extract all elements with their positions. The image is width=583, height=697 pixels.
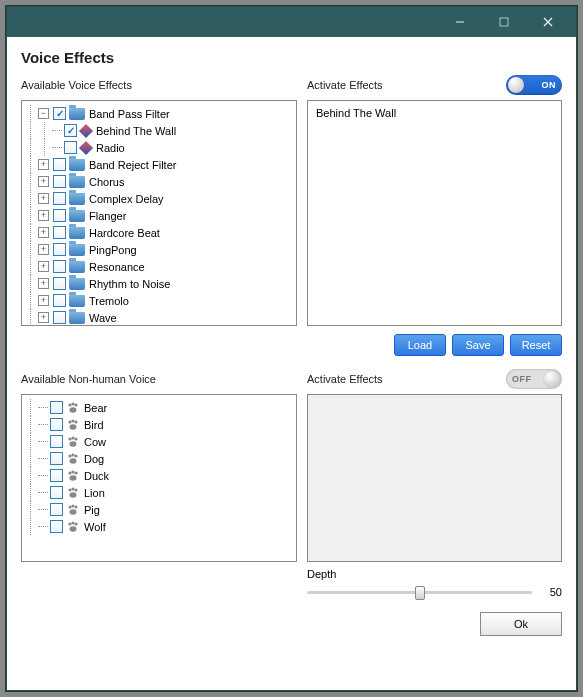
tree-item[interactable]: +PingPong	[24, 241, 294, 258]
toggle-knob-icon	[508, 77, 524, 93]
tree-item[interactable]: +Complex Delay	[24, 190, 294, 207]
available-effects-label: Available Voice Effects	[21, 79, 132, 91]
close-button[interactable]	[526, 10, 570, 34]
svg-point-32	[68, 522, 71, 525]
tree-item[interactable]: +Rhythm to Noise	[24, 275, 294, 292]
checkbox[interactable]	[50, 452, 63, 465]
voice-effects-tree[interactable]: −✓Band Pass Filter✓Behind The WallRadio+…	[21, 100, 297, 326]
paw-icon	[66, 487, 80, 499]
tree-item[interactable]: Pig	[24, 501, 294, 518]
svg-point-15	[70, 441, 77, 447]
svg-point-5	[71, 402, 74, 405]
expand-icon[interactable]: +	[38, 261, 49, 272]
tree-item[interactable]: Duck	[24, 467, 294, 484]
toggle-off-label: OFF	[512, 374, 532, 384]
checkbox[interactable]	[50, 435, 63, 448]
folder-icon	[69, 176, 85, 188]
minimize-icon	[455, 17, 465, 27]
checkbox[interactable]	[53, 294, 66, 307]
checkbox[interactable]	[50, 520, 63, 533]
save-button[interactable]: Save	[452, 334, 504, 356]
tree-item-label: Radio	[96, 142, 125, 154]
paw-icon	[66, 504, 80, 516]
checkbox[interactable]: ✓	[53, 107, 66, 120]
close-icon	[543, 17, 553, 27]
tree-item[interactable]: +Wave	[24, 309, 294, 326]
checkbox[interactable]	[53, 311, 66, 324]
svg-point-27	[70, 492, 77, 498]
tree-item[interactable]: ✓Behind The Wall	[24, 122, 294, 139]
checkbox[interactable]	[50, 401, 63, 414]
expand-icon[interactable]: +	[38, 227, 49, 238]
tree-item-label: Band Reject Filter	[89, 159, 176, 171]
tree-item[interactable]: Lion	[24, 484, 294, 501]
checkbox[interactable]: ✓	[64, 124, 77, 137]
tree-item[interactable]: +Band Reject Filter	[24, 156, 294, 173]
svg-point-17	[71, 453, 74, 456]
checkbox[interactable]	[53, 260, 66, 273]
checkbox[interactable]	[50, 503, 63, 516]
maximize-button[interactable]	[482, 10, 526, 34]
tree-item[interactable]: +Hardcore Beat	[24, 224, 294, 241]
expand-icon[interactable]: +	[38, 244, 49, 255]
activate-effects-top-toggle[interactable]: ON	[506, 75, 562, 95]
checkbox[interactable]	[53, 226, 66, 239]
tree-item[interactable]: +Resonance	[24, 258, 294, 275]
depth-slider-thumb[interactable]	[415, 586, 425, 600]
activate-effects-bottom-toggle[interactable]: OFF	[506, 369, 562, 389]
tree-item-label: Complex Delay	[89, 193, 164, 205]
tree-item[interactable]: Cow	[24, 433, 294, 450]
tree-item-label: Rhythm to Noise	[89, 278, 170, 290]
nonhuman-voice-tree[interactable]: BearBirdCowDogDuckLionPigWolf	[21, 394, 297, 562]
tree-item[interactable]: Radio	[24, 139, 294, 156]
svg-point-35	[70, 526, 77, 532]
checkbox[interactable]	[53, 175, 66, 188]
svg-point-8	[68, 420, 71, 423]
tree-item[interactable]: +Chorus	[24, 173, 294, 190]
checkbox[interactable]	[53, 209, 66, 222]
active-effects-top-list[interactable]: Behind The Wall	[307, 100, 562, 326]
minimize-button[interactable]	[438, 10, 482, 34]
svg-point-22	[74, 471, 77, 474]
checkbox[interactable]	[53, 277, 66, 290]
tree-item[interactable]: +Tremolo	[24, 292, 294, 309]
depth-slider[interactable]	[307, 591, 532, 594]
checkbox[interactable]	[50, 418, 63, 431]
folder-icon	[69, 193, 85, 205]
active-effects-bottom-list[interactable]	[307, 394, 562, 562]
svg-point-6	[74, 403, 77, 406]
svg-point-23	[70, 475, 77, 481]
tree-item[interactable]: −✓Band Pass Filter	[24, 105, 294, 122]
checkbox[interactable]	[53, 158, 66, 171]
collapse-icon[interactable]: −	[38, 108, 49, 119]
activate-effects-top-label: Activate Effects	[307, 79, 383, 91]
tree-item[interactable]: Bird	[24, 416, 294, 433]
ok-button[interactable]: Ok	[480, 612, 562, 636]
expand-icon[interactable]: +	[38, 210, 49, 221]
svg-point-26	[74, 488, 77, 491]
expand-icon[interactable]: +	[38, 176, 49, 187]
expand-icon[interactable]: +	[38, 312, 49, 323]
expand-icon[interactable]: +	[38, 278, 49, 289]
reset-button[interactable]: Reset	[510, 334, 562, 356]
tree-item[interactable]: +Flanger	[24, 207, 294, 224]
load-button[interactable]: Load	[394, 334, 446, 356]
checkbox[interactable]	[50, 486, 63, 499]
expand-icon[interactable]: +	[38, 295, 49, 306]
checkbox[interactable]	[53, 243, 66, 256]
svg-point-4	[68, 403, 71, 406]
checkbox[interactable]	[64, 141, 77, 154]
tree-item[interactable]: Dog	[24, 450, 294, 467]
svg-point-7	[70, 407, 77, 413]
checkbox[interactable]	[53, 192, 66, 205]
expand-icon[interactable]: +	[38, 193, 49, 204]
svg-point-34	[74, 522, 77, 525]
voice-effects-window: Voice Effects Available Voice Effects −✓…	[6, 6, 577, 691]
tree-item[interactable]: Bear	[24, 399, 294, 416]
tree-item-label: Resonance	[89, 261, 145, 273]
checkbox[interactable]	[50, 469, 63, 482]
tree-item[interactable]: Wolf	[24, 518, 294, 535]
expand-icon[interactable]: +	[38, 159, 49, 170]
available-nonhuman-label: Available Non-human Voice	[21, 373, 156, 385]
list-item[interactable]: Behind The Wall	[316, 107, 553, 119]
